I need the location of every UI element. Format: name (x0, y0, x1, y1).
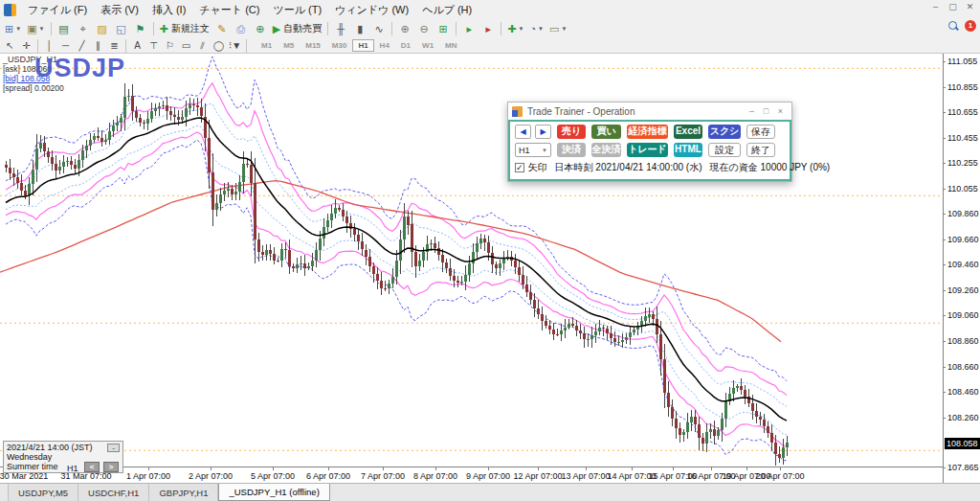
chart-tab[interactable]: USDJPY,M5 (8, 484, 78, 501)
exit-button[interactable]: 終了 (746, 143, 775, 157)
menu-item-1[interactable]: 表示 (V) (94, 1, 145, 19)
chart-tab[interactable]: GBPJPY,H1 (149, 484, 218, 501)
periods-button[interactable]: ◔▼ (526, 20, 546, 37)
auto-trading-button[interactable]: ▶自動売買 (270, 20, 324, 37)
parallel-tool[interactable]: ⫽ (194, 39, 211, 53)
price-axis[interactable]: 108.058 111.055110.855110.655110.455110.… (943, 54, 980, 483)
timeframe-mn[interactable]: MN (439, 39, 462, 52)
time-label: 1 Apr 07:00 (126, 471, 170, 481)
timeframe-w1[interactable]: W1 (416, 39, 439, 52)
vline-icon: │ (46, 40, 52, 51)
terminal-button[interactable]: ◱ (112, 20, 131, 37)
auto-scroll-button[interactable]: ▸ (459, 20, 479, 37)
buy-button[interactable]: 買い (591, 125, 621, 139)
vline-tool[interactable]: │ (41, 39, 57, 53)
timeframe-m5[interactable]: M5 (278, 39, 300, 52)
chart-shift-button[interactable]: ▸ (479, 20, 498, 37)
indicators-button[interactable]: ✚▼ (504, 20, 526, 37)
crosshair-tool[interactable]: ✛ (18, 39, 34, 53)
market-watch-button[interactable]: ▤ (55, 20, 74, 37)
notification-badge[interactable]: 1 (965, 20, 976, 32)
strategy-tester-button[interactable]: ⚑ (131, 20, 150, 37)
timeframe-select[interactable]: H1 ▼ (515, 143, 551, 157)
menu-item-0[interactable]: ファイル (F) (21, 1, 94, 19)
profiles-button[interactable]: ▣▼ (24, 20, 47, 37)
rectangle-icon: ▭ (182, 40, 190, 51)
dialog-close-button[interactable]: × (773, 104, 788, 118)
menu-item-4[interactable]: ツール (T) (266, 1, 328, 19)
new-chart-button[interactable]: ⊞▼ (2, 20, 24, 37)
trade-button[interactable]: トレード (627, 143, 668, 157)
more-tools[interactable]: ⁝▼ (227, 39, 243, 53)
ellipse-tool[interactable]: ◯ (211, 39, 227, 53)
screenshot-button[interactable]: スクショ (708, 125, 741, 139)
new-order-icon: ✚ (160, 23, 168, 35)
timeframe-m30[interactable]: M30 (326, 39, 353, 52)
text-tool[interactable]: A (129, 39, 145, 53)
templates-button[interactable]: ▭▼ (546, 20, 569, 37)
navigator-button[interactable]: ▨ (93, 20, 112, 37)
settings-button[interactable]: 設定 (708, 143, 741, 157)
econ-calendar-button[interactable]: 経済指標 (627, 125, 668, 139)
save-button[interactable]: 保存 (746, 125, 775, 139)
candlestick-button[interactable]: ▮ (350, 20, 369, 37)
fibonacci-tool[interactable]: ≣ (106, 39, 122, 53)
search-icon[interactable] (947, 20, 959, 32)
minimize-button[interactable]: – (928, 1, 943, 13)
line-chart-button[interactable]: ∿ (369, 20, 389, 37)
menu-item-3[interactable]: チャート (C) (192, 1, 266, 19)
metaeditor-button[interactable]: ✎ (212, 20, 232, 37)
chart-canvas[interactable] (0, 54, 943, 467)
menu-item-6[interactable]: ヘルプ (H) (415, 1, 479, 19)
hline-tool[interactable]: ─ (57, 39, 74, 53)
arrow-checkbox[interactable]: ✓ (515, 163, 524, 172)
timeframe-m1[interactable]: M1 (256, 39, 278, 52)
info-prev-button[interactable]: < (84, 462, 100, 472)
new-order-button[interactable]: ✚新規注文 (157, 20, 212, 37)
chevron-down-icon: ▼ (232, 40, 241, 51)
zoom-out-button[interactable]: ⊖ (414, 20, 434, 37)
cursor-tool[interactable]: ↖ (2, 39, 18, 53)
print-button[interactable]: ⎙ (232, 20, 251, 37)
channel-tool[interactable]: ∥ (90, 39, 106, 53)
menu-item-2[interactable]: 挿入 (I) (145, 1, 192, 19)
arrows-tool[interactable]: ⚐ (162, 39, 178, 53)
dialog-maximize-button[interactable]: □ (759, 104, 773, 118)
time-axis[interactable]: 30 Mar 202131 Mar 07:001 Apr 07:002 Apr … (0, 467, 943, 483)
excel-button[interactable]: Excel (674, 125, 702, 139)
sell-button[interactable]: 売り (557, 125, 586, 139)
menu-item-5[interactable]: ウィンドウ (W) (328, 1, 415, 19)
toolbar-separator (501, 22, 501, 35)
dialog-minimize-button[interactable]: – (745, 104, 759, 118)
restore-button[interactable]: ▢ (946, 1, 960, 13)
tile-windows-button[interactable]: ⊞ (434, 20, 453, 37)
info-next-button[interactable]: > (103, 462, 119, 472)
toolbar-separator (51, 22, 52, 35)
zoom-in-button[interactable]: ⊕ (395, 20, 414, 37)
bar-chart-button[interactable]: ╫ (331, 20, 350, 37)
window-controls: –▢✕ (928, 1, 977, 13)
info-minimize-button[interactable]: - (107, 444, 120, 452)
dialog-title-bar[interactable]: Trade Trainer - Operation – □ × (508, 102, 791, 120)
time-label: 13 Apr 07:00 (561, 471, 610, 481)
timeframe-m15[interactable]: M15 (300, 39, 326, 52)
timeframe-h1[interactable]: H1 (352, 39, 373, 52)
data-window-button[interactable]: ⌖ (74, 20, 93, 37)
step-forward-button[interactable]: ▶ (535, 125, 551, 139)
label-tool[interactable]: ⊤ (145, 39, 162, 53)
timeframe-h4[interactable]: H4 (374, 39, 395, 52)
timeframe-group: M1M5M15M30H1H4D1W1MN (256, 39, 463, 52)
close-all-button[interactable]: 全決済 (591, 143, 621, 157)
close-button[interactable]: ✕ (963, 1, 977, 13)
time-label: 6 Apr 07:00 (306, 471, 350, 481)
chart-tab[interactable]: _USDJPY_H1 (offline) (218, 484, 329, 501)
chart-tab[interactable]: USDCHF,H1 (78, 484, 149, 501)
trendline-tool[interactable]: ╱ (74, 39, 90, 53)
timeframe-d1[interactable]: D1 (395, 39, 416, 52)
step-back-button[interactable]: ◀ (515, 125, 531, 139)
globe-button[interactable]: ⊕ (251, 20, 270, 37)
close-position-button[interactable]: 決済 (557, 143, 586, 157)
rectangle-tool[interactable]: ▭ (178, 39, 194, 53)
toolbar-separator (125, 39, 126, 53)
html-button[interactable]: HTML (674, 143, 702, 157)
